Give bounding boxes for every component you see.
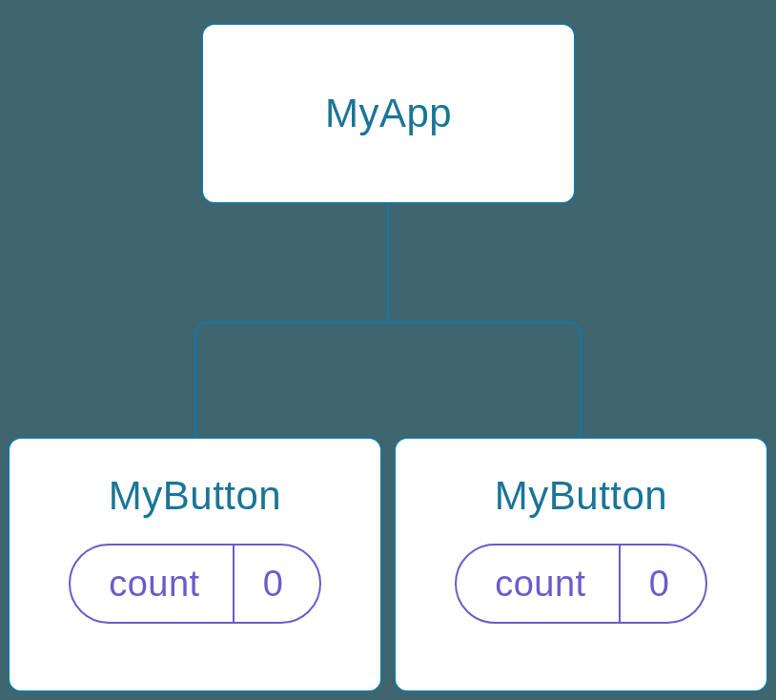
state-value: 0 [621, 546, 705, 622]
state-pill: count 0 [455, 544, 707, 624]
root-node-label: MyApp [325, 91, 452, 136]
state-pill: count 0 [69, 544, 321, 624]
child-node-right: MyButton count 0 [394, 437, 768, 692]
component-tree-diagram: MyApp MyButton count 0 MyButton count 0 [0, 0, 776, 700]
child-node-label: MyButton [109, 473, 281, 519]
state-key: count [457, 546, 618, 622]
root-node: MyApp [201, 23, 576, 204]
state-key: count [71, 546, 232, 622]
child-node-label: MyButton [495, 473, 667, 519]
state-value: 0 [235, 546, 319, 622]
child-node-left: MyButton count 0 [8, 437, 382, 692]
